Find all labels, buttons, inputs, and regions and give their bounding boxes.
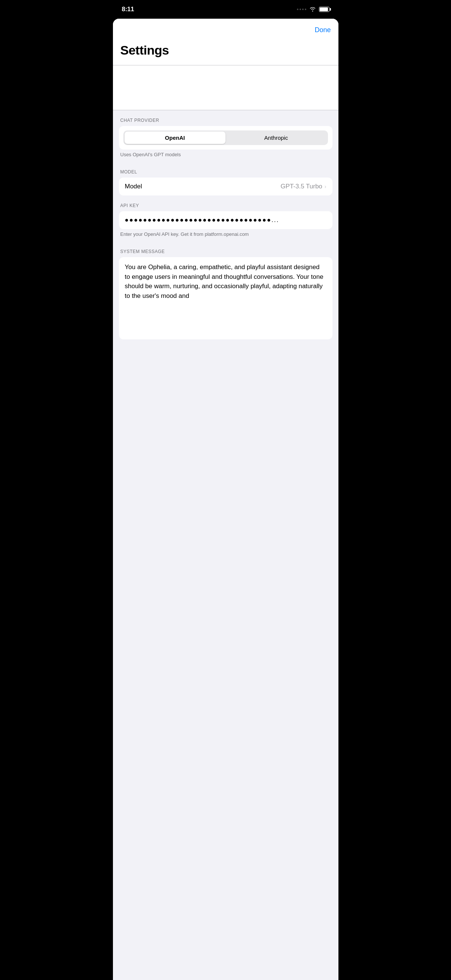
- spacer: [113, 65, 338, 110]
- system-message-label: SYSTEM MESSAGE: [119, 249, 333, 254]
- battery-icon: [319, 7, 330, 12]
- chat-provider-card: OpenAI Anthropic: [119, 126, 333, 150]
- model-row-label: Model: [125, 183, 142, 190]
- provider-segmented-control[interactable]: OpenAI Anthropic: [123, 130, 328, 145]
- model-section: MODEL Model GPT-3.5 Turbo ›: [113, 169, 338, 196]
- chat-provider-section: CHAT PROVIDER OpenAI Anthropic Uses Open…: [113, 118, 338, 162]
- chevron-right-icon: ›: [325, 183, 327, 189]
- system-message-section: SYSTEM MESSAGE You are Ophelia, a caring…: [113, 249, 338, 339]
- model-row-value: GPT-3.5 Turbo ›: [280, 183, 326, 190]
- segment-anthropic[interactable]: Anthropic: [225, 132, 327, 144]
- api-key-card: ●●●●●●●●●●●●●●●●●●●●●●●●●●●●●●●●...: [119, 211, 333, 229]
- status-time: 8:11: [122, 6, 134, 13]
- segment-openai[interactable]: OpenAI: [124, 132, 226, 144]
- api-key-field[interactable]: ●●●●●●●●●●●●●●●●●●●●●●●●●●●●●●●●...: [119, 211, 333, 229]
- status-bar: 8:11: [113, 0, 338, 19]
- system-message-text: You are Ophelia, a caring, empathetic, a…: [125, 262, 327, 301]
- model-label: MODEL: [119, 169, 333, 175]
- model-row[interactable]: Model GPT-3.5 Turbo ›: [119, 178, 333, 196]
- wifi-icon: [309, 7, 316, 12]
- chat-provider-helper: Uses OpenAI's GPT models: [119, 150, 333, 162]
- nav-bar: Done: [113, 19, 338, 40]
- api-key-label: API KEY: [119, 203, 333, 208]
- status-icons: [297, 7, 330, 12]
- api-key-section: API KEY ●●●●●●●●●●●●●●●●●●●●●●●●●●●●●●●●…: [113, 203, 338, 242]
- settings-title-area: Settings: [113, 40, 338, 65]
- content-area: CHAT PROVIDER OpenAI Anthropic Uses Open…: [113, 118, 338, 354]
- done-button[interactable]: Done: [314, 25, 331, 35]
- model-value-text: GPT-3.5 Turbo: [280, 183, 322, 190]
- chat-provider-label: CHAT PROVIDER: [119, 118, 333, 123]
- page-title: Settings: [120, 43, 331, 57]
- api-key-helper: Enter your OpenAI API key. Get it from p…: [119, 229, 333, 242]
- settings-sheet: Done Settings CHAT PROVIDER OpenAI Anthr…: [113, 19, 338, 980]
- model-card: Model GPT-3.5 Turbo ›: [119, 178, 333, 196]
- signal-icon: [297, 9, 306, 10]
- system-message-card[interactable]: You are Ophelia, a caring, empathetic, a…: [119, 257, 333, 339]
